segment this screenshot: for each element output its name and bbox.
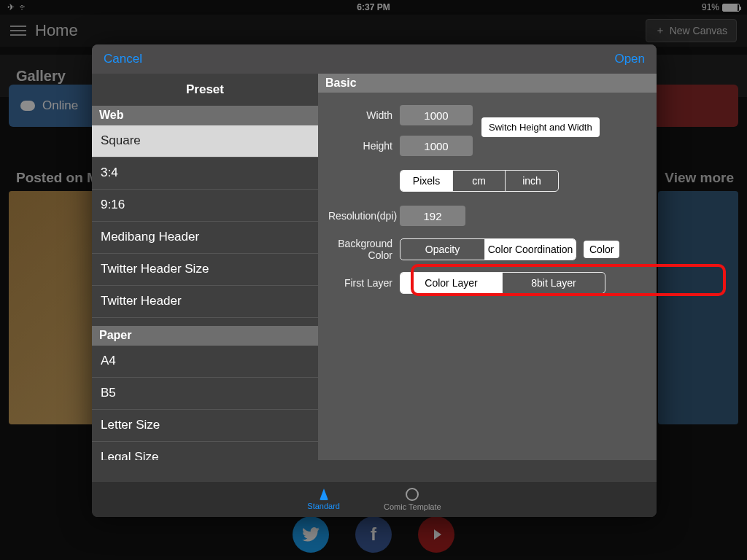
- preset-item[interactable]: Legal Size: [92, 442, 318, 460]
- preset-item[interactable]: 9:16: [92, 190, 318, 222]
- preset-group-web: Web: [92, 106, 318, 125]
- preset-item[interactable]: Letter Size: [92, 410, 318, 442]
- segment-option[interactable]: inch: [506, 171, 558, 191]
- basic-heading: Basic: [318, 74, 657, 93]
- cancel-button[interactable]: Cancel: [104, 52, 142, 66]
- preset-item[interactable]: B5: [92, 378, 318, 410]
- tab-standard[interactable]: Standard: [307, 489, 340, 510]
- preset-item[interactable]: Medibang Header: [92, 222, 318, 254]
- preset-group-paper: Paper: [92, 326, 318, 346]
- segment-option[interactable]: 8bit Layer: [503, 273, 605, 293]
- segment-option[interactable]: Color Coordination: [485, 239, 576, 260]
- new-canvas-popover: Cancel Open Preset Web Square3:49:16Medi…: [92, 44, 657, 517]
- preset-item[interactable]: A4: [92, 346, 318, 378]
- popover-header: Cancel Open: [92, 44, 657, 74]
- popover-tabs: Standard Comic Template: [92, 482, 657, 517]
- firstlayer-label: First Layer: [328, 277, 400, 289]
- height-input[interactable]: 1000: [400, 136, 473, 156]
- pen-icon: [320, 489, 328, 500]
- preset-item[interactable]: Twitter Header Size: [92, 254, 318, 286]
- preset-item[interactable]: LINE Sticker: [92, 318, 318, 326]
- preset-title: Preset: [92, 74, 318, 106]
- preset-item[interactable]: Square: [92, 125, 318, 158]
- tab-comic-label: Comic Template: [384, 502, 441, 511]
- segment-option[interactable]: cm: [453, 171, 506, 191]
- unit-segmented[interactable]: Pixelscminch: [400, 170, 559, 192]
- bgcolor-label: Background Color: [328, 238, 400, 261]
- firstlayer-segmented[interactable]: Color Layer8bit Layer: [400, 272, 605, 294]
- resolution-label: Resolution(dpi): [328, 210, 400, 222]
- color-button[interactable]: Color: [584, 241, 619, 258]
- preset-list: Preset Web Square3:49:16Medibang HeaderT…: [92, 74, 318, 460]
- segment-option[interactable]: Opacity: [400, 239, 485, 260]
- width-input[interactable]: 1000: [400, 105, 473, 125]
- preset-item[interactable]: 3:4: [92, 158, 318, 190]
- resolution-input[interactable]: 192: [400, 206, 465, 226]
- tab-comic[interactable]: Comic Template: [384, 488, 441, 511]
- segment-option[interactable]: Pixels: [400, 171, 453, 191]
- swap-wh-button[interactable]: Switch Height and Width: [481, 117, 600, 137]
- smiley-icon: [406, 488, 419, 501]
- basic-panel: Basic Width 1000 Height 1000 Switch Heig…: [318, 74, 657, 460]
- width-label: Width: [328, 109, 400, 121]
- bgcolor-segmented[interactable]: OpacityColor Coordination: [400, 238, 576, 260]
- height-label: Height: [328, 140, 400, 152]
- open-button[interactable]: Open: [614, 52, 645, 66]
- tab-standard-label: Standard: [307, 502, 340, 510]
- segment-option[interactable]: Color Layer: [400, 273, 503, 293]
- preset-item[interactable]: Twitter Header: [92, 286, 318, 318]
